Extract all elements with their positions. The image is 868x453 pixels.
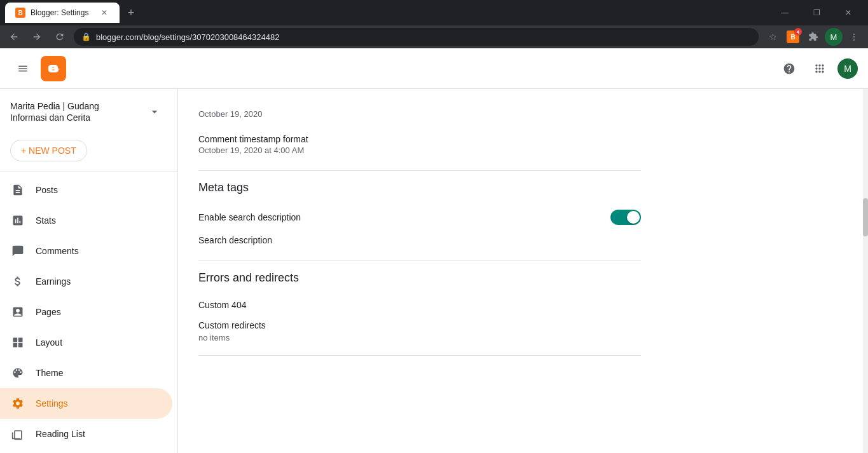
custom-redirects-group: Custom redirects no items (198, 315, 641, 345)
meta-tags-heading: Meta tags (198, 181, 641, 194)
maximize-button[interactable]: ❐ (802, 3, 831, 23)
errors-redirects-section: Errors and redirects Custom 404 Custom r… (198, 271, 641, 345)
tab-title: Blogger: Settings (31, 8, 94, 17)
address-bar: 🔒 blogger.com/blog/settings/307020300846… (0, 25, 868, 48)
comment-timestamp-row[interactable]: Comment timestamp format October 19, 202… (198, 129, 641, 160)
sidebar-item-settings-label: Settings (36, 398, 68, 409)
back-button[interactable] (5, 28, 23, 46)
header-avatar-button[interactable]: M (837, 58, 858, 79)
bookmark-star-icon[interactable]: ☆ (764, 28, 782, 46)
close-button[interactable]: ✕ (834, 3, 863, 23)
refresh-button[interactable] (51, 28, 69, 46)
sidebar-item-layout-label: Layout (36, 337, 62, 348)
custom-redirects-label: Custom redirects (198, 320, 641, 330)
comment-timestamp-label-group: Comment timestamp format October 19, 202… (198, 134, 308, 155)
sidebar-item-pages[interactable]: Pages (0, 297, 172, 327)
blog-name: Marita Pedia | Gudang Informasi dan Ceri… (10, 100, 142, 123)
main-area: Marita Pedia | Gudang Informasi dan Ceri… (0, 89, 868, 453)
date-label: October 19, 2020 (198, 104, 641, 124)
comment-timestamp-value: October 19, 2020 at 4:00 AM (198, 145, 308, 155)
apps-grid-button[interactable] (807, 56, 832, 81)
sidebar-item-theme-label: Theme (36, 368, 64, 378)
sidebar-item-comments-label: Comments (36, 246, 79, 256)
sidebar-item-posts[interactable]: Posts (0, 175, 172, 205)
sidebar-item-theme[interactable]: Theme (0, 358, 172, 388)
enable-search-desc-row[interactable]: Enable search description (198, 205, 641, 230)
content-inner: October 19, 2020 Comment timestamp forma… (178, 89, 661, 381)
forward-button[interactable] (28, 28, 46, 46)
stats-icon (10, 214, 25, 227)
divider-2 (198, 260, 641, 261)
sidebar-item-stats-label: Stats (36, 215, 56, 226)
toggle-knob (627, 211, 640, 224)
custom-404-row[interactable]: Custom 404 (198, 295, 641, 315)
theme-icon (10, 367, 25, 379)
active-tab[interactable]: B Blogger: Settings ✕ (5, 3, 120, 23)
app-header: M (0, 48, 868, 89)
divider-3 (198, 355, 641, 356)
hamburger-menu-button[interactable] (10, 56, 36, 81)
new-tab-button[interactable]: + (122, 4, 140, 22)
sidebar-item-reading-list-label: Reading List (36, 429, 85, 439)
extension-badge: 4 (794, 28, 802, 36)
custom-404-label: Custom 404 (198, 300, 246, 310)
scrollbar-thumb[interactable] (863, 198, 868, 236)
blogger-extension-icon: B 4 (787, 30, 799, 43)
sidebar-item-pages-label: Pages (36, 307, 61, 317)
url-bar[interactable]: 🔒 blogger.com/blog/settings/307020300846… (74, 28, 759, 46)
sidebar-item-settings[interactable]: Settings (0, 388, 172, 419)
reading-list-icon (10, 428, 25, 440)
sidebar-divider (0, 172, 177, 172)
sidebar: Marita Pedia | Gudang Informasi dan Ceri… (0, 89, 178, 453)
blog-dropdown-button[interactable] (142, 99, 167, 125)
help-button[interactable] (776, 56, 802, 81)
profile-avatar-button[interactable]: M (825, 28, 843, 46)
new-post-button[interactable]: + NEW POST (10, 140, 87, 161)
sidebar-item-earnings-label: Earnings (36, 276, 71, 287)
content-area: October 19, 2020 Comment timestamp forma… (178, 89, 868, 453)
app-layout: M Marita Pedia | Gudang Informasi dan Ce… (0, 48, 868, 453)
sidebar-item-posts-label: Posts (36, 185, 58, 195)
comment-timestamp-section: Comment timestamp format October 19, 202… (198, 129, 641, 160)
enable-search-desc-label: Enable search description (198, 212, 301, 222)
tab-favicon: B (15, 8, 25, 18)
meta-tags-section: Meta tags Enable search description Sear… (198, 181, 641, 250)
posts-icon (10, 184, 25, 196)
scrollbar[interactable] (863, 89, 868, 453)
settings-icon (10, 397, 25, 410)
blogger-logo (41, 56, 66, 81)
sidebar-item-layout[interactable]: Layout (0, 327, 172, 358)
tab-bar: B Blogger: Settings ✕ + (5, 3, 140, 23)
extensions-puzzle-icon[interactable] (804, 28, 822, 46)
search-description-label: Search description (198, 235, 272, 245)
toolbar-right: ☆ B 4 M ⋮ (764, 28, 863, 46)
minimize-button[interactable]: — (770, 3, 799, 23)
divider-1 (198, 170, 641, 171)
more-menu-button[interactable]: ⋮ (845, 28, 863, 46)
lock-icon: 🔒 (81, 32, 91, 41)
layout-icon (10, 336, 25, 349)
window-controls: — ❐ ✕ (770, 3, 863, 23)
tab-close-button[interactable]: ✕ (99, 8, 109, 18)
sidebar-item-earnings[interactable]: Earnings (0, 266, 172, 297)
browser-chrome: B Blogger: Settings ✕ + — ❐ ✕ (0, 0, 868, 25)
blog-selector: Marita Pedia | Gudang Informasi dan Ceri… (0, 94, 177, 135)
comments-icon (10, 245, 25, 257)
earnings-icon (10, 275, 25, 288)
enable-search-desc-toggle[interactable] (610, 210, 641, 225)
sidebar-item-stats[interactable]: Stats (0, 205, 172, 236)
pages-icon (10, 306, 25, 318)
extensions-container[interactable]: B 4 (784, 28, 802, 46)
search-description-row[interactable]: Search description (198, 230, 641, 250)
url-text: blogger.com/blog/settings/30702030084643… (96, 32, 279, 42)
sidebar-item-comments[interactable]: Comments (0, 236, 172, 266)
custom-redirects-value: no items (198, 333, 641, 342)
errors-redirects-heading: Errors and redirects (198, 271, 641, 285)
comment-timestamp-heading: Comment timestamp format (198, 134, 308, 144)
sidebar-item-reading-list[interactable]: Reading List (0, 419, 172, 449)
